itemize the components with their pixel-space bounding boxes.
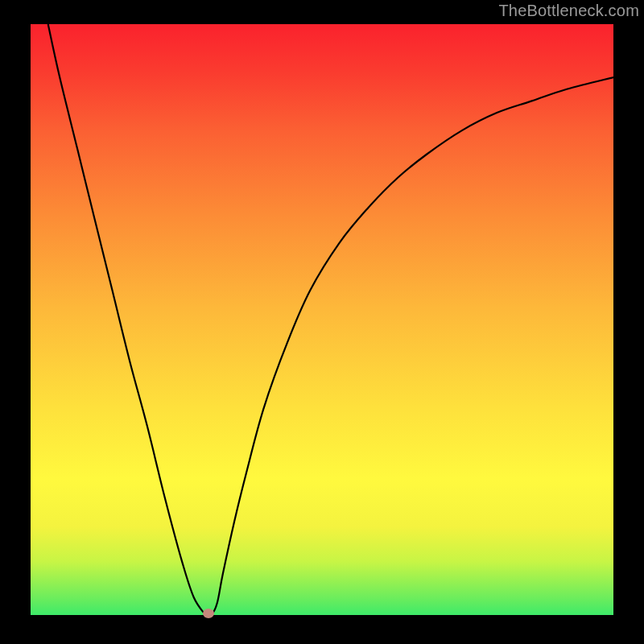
curve-left-limb xyxy=(48,24,206,615)
minimum-marker-dot xyxy=(203,609,214,618)
curve-right-limb xyxy=(205,77,613,615)
chart-plot-area xyxy=(31,24,613,615)
bottleneck-curve xyxy=(31,24,613,615)
attribution-text: TheBottleneck.com xyxy=(498,2,639,20)
